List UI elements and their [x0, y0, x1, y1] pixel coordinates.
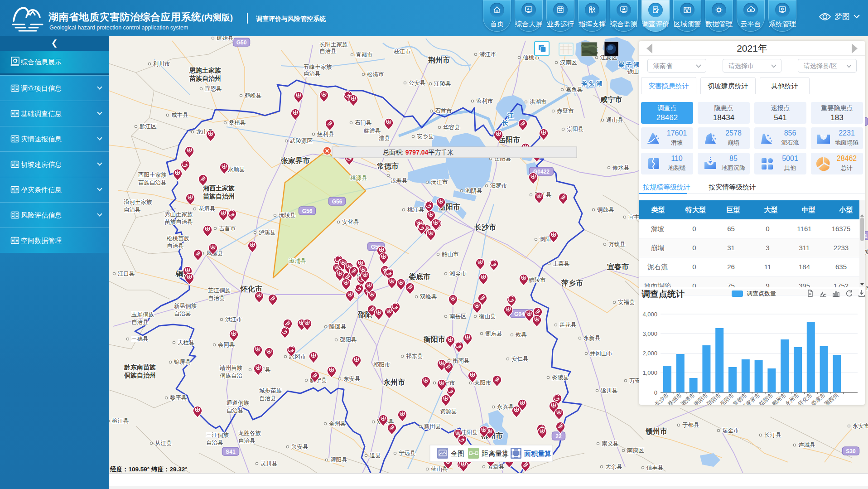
- svg-text:恩施土家族: 恩施土家族: [189, 67, 221, 74]
- svg-text:桃江县: 桃江县: [407, 207, 424, 213]
- svg-text:邵阳县: 邵阳县: [340, 337, 357, 343]
- svg-text:信丰县: 信丰县: [646, 465, 664, 471]
- svg-text:天柱县: 天柱县: [178, 339, 195, 346]
- svg-text:枝江市: 枝江市: [394, 48, 411, 55]
- svg-text:吉首市: 吉首市: [219, 225, 236, 232]
- svg-text:宜春市: 宜春市: [607, 262, 629, 271]
- svg-text:苗族自治县: 苗族自治县: [138, 179, 167, 186]
- svg-text:隆回县: 隆回县: [329, 324, 347, 330]
- svg-text:自治县: 自治县: [167, 243, 184, 249]
- svg-text:华容县: 华容县: [443, 124, 460, 131]
- svg-text:利川市: 利川市: [153, 61, 170, 67]
- svg-text:S41: S41: [226, 449, 236, 455]
- svg-text:安仁县: 安仁县: [511, 356, 529, 362]
- svg-text:安福县: 安福县: [618, 299, 635, 305]
- svg-text:宣恩县: 宣恩县: [205, 86, 222, 92]
- svg-text:井冈山市: 井冈山市: [590, 350, 612, 357]
- svg-text:道县: 道县: [370, 452, 381, 459]
- svg-text:自治县: 自治县: [304, 71, 321, 77]
- svg-text:修水县: 修水县: [612, 165, 630, 171]
- svg-text:桑植县: 桑植县: [229, 120, 246, 126]
- svg-text:自治县: 自治县: [174, 310, 191, 317]
- svg-text:松桃苗族: 松桃苗族: [167, 235, 190, 242]
- svg-text:锦屏县: 锦屏县: [174, 359, 191, 365]
- svg-text:于都县: 于都县: [682, 422, 699, 428]
- svg-text:黔东南苗族: 黔东南苗族: [124, 363, 156, 371]
- svg-text:监利市: 监利市: [476, 98, 493, 104]
- svg-text:22: 22: [555, 433, 562, 440]
- svg-text:安化县: 安化县: [342, 219, 359, 225]
- svg-text:1,000: 1,000: [642, 369, 657, 376]
- svg-text:斧 头 湖: 斧 头 湖: [581, 80, 602, 87]
- svg-text:沅陵县: 沅陵县: [279, 212, 296, 218]
- svg-text:桃源县: 桃源县: [350, 175, 367, 181]
- svg-text:通山县: 通山县: [606, 117, 623, 123]
- svg-text:新田县: 新田县: [424, 423, 441, 430]
- svg-text:炎陵县: 炎陵县: [552, 374, 569, 381]
- svg-text:泸溪县: 泸溪县: [259, 229, 276, 236]
- svg-text:万载县: 万载县: [608, 241, 626, 247]
- svg-text:祁东县: 祁东县: [406, 353, 423, 359]
- svg-text:自治县: 自治县: [206, 440, 223, 446]
- svg-text:自治县: 自治县: [227, 407, 244, 414]
- svg-text:城步苗族: 城步苗族: [259, 387, 282, 394]
- svg-text:花垣县: 花垣县: [198, 206, 216, 212]
- svg-text:市: 市: [866, 285, 868, 291]
- svg-text:永新县: 永新县: [583, 335, 601, 341]
- svg-text:崇义县: 崇义县: [602, 441, 619, 447]
- svg-text:面积量算: 面积量算: [524, 450, 551, 457]
- svg-text:龙胜各族: 龙胜各族: [238, 430, 261, 436]
- svg-text:连城县: 连城县: [798, 442, 815, 448]
- svg-text:苗族自治州: 苗族自治州: [189, 75, 221, 82]
- svg-text:建始县: 建始县: [216, 36, 234, 41]
- svg-text:4,000: 4,000: [642, 311, 657, 318]
- svg-text:侗族自治州: 侗族自治州: [124, 372, 156, 379]
- svg-text:三穗县: 三穗县: [131, 336, 149, 342]
- svg-text:长阳土家族: 长阳土家族: [319, 41, 348, 48]
- svg-text:S30: S30: [846, 448, 856, 455]
- svg-text:汨罗市: 汨罗市: [490, 183, 507, 189]
- svg-text:永兴县: 永兴县: [497, 404, 514, 410]
- svg-text:宜都市: 宜都市: [356, 52, 373, 58]
- svg-text:自治县: 自治县: [238, 438, 256, 444]
- svg-text:3,000: 3,000: [642, 330, 657, 337]
- svg-text:0: 0: [654, 389, 657, 396]
- svg-text:石门县: 石门县: [355, 120, 372, 126]
- svg-text:衡南县: 衡南县: [453, 358, 470, 364]
- svg-text:江陵县: 江陵县: [434, 81, 451, 87]
- svg-text:秀山土家族: 秀山土家族: [164, 211, 193, 218]
- svg-text:莲花县: 莲花县: [559, 322, 577, 328]
- svg-text:崇阳县: 崇阳县: [567, 126, 584, 132]
- svg-text:石首市: 石首市: [435, 108, 452, 114]
- svg-text:双峰县: 双峰县: [420, 294, 437, 300]
- svg-text:资源县: 资源县: [440, 408, 457, 415]
- svg-text:五峰土家族: 五峰土家族: [304, 64, 332, 70]
- svg-text:汉南区: 汉南区: [560, 59, 577, 66]
- svg-text:距离量算: 距离量算: [482, 450, 509, 457]
- svg-text:G56: G56: [332, 199, 342, 205]
- svg-text:永安市: 永安市: [853, 423, 868, 429]
- svg-text:自治县: 自治县: [208, 295, 225, 301]
- svg-text:G56: G56: [302, 208, 313, 214]
- svg-text:全图: 全图: [451, 450, 464, 457]
- svg-text:醴陵市: 醴陵市: [529, 277, 546, 283]
- svg-text:湘西土家族: 湘西土家族: [203, 184, 235, 192]
- svg-text:自治县: 自治县: [124, 207, 141, 213]
- svg-text:澧县: 澧县: [379, 135, 390, 141]
- svg-text:侗族自治: 侗族自治: [220, 373, 243, 379]
- svg-text:新晃侗族: 新晃侗族: [174, 303, 197, 309]
- svg-text:榕江县: 榕江县: [111, 418, 129, 424]
- svg-text:娄底市: 娄底市: [409, 272, 430, 281]
- svg-text:松滋市: 松滋市: [367, 71, 384, 77]
- svg-text:韶山市: 韶山市: [441, 251, 459, 257]
- svg-text:梁 子 湖: 梁 子 湖: [618, 61, 639, 68]
- svg-text:苗族自治县: 苗族自治县: [164, 219, 193, 225]
- svg-text:酉阳土家族: 酉阳土家族: [138, 172, 167, 178]
- svg-text:衡阳市: 衡阳市: [423, 335, 445, 343]
- svg-text:耒阳市: 耒阳市: [474, 380, 492, 386]
- svg-text:赤壁市: 赤壁市: [557, 108, 574, 114]
- svg-text:咸宁市: 咸宁市: [600, 95, 622, 103]
- svg-text:嘉鱼县: 嘉鱼县: [566, 87, 583, 93]
- svg-text:临澧县: 临澧县: [364, 128, 381, 134]
- svg-text:遂川县: 遂川县: [601, 387, 618, 394]
